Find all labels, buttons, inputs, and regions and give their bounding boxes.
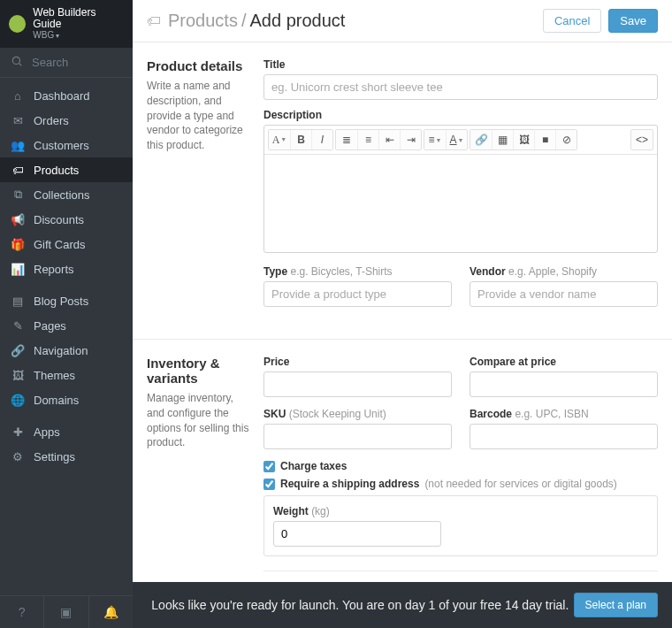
section-product-details: Product details Write a name and descrip… xyxy=(133,42,672,340)
compare-input[interactable] xyxy=(470,371,658,397)
type-label: Type e.g. Bicycles, T-Shirts xyxy=(263,265,452,278)
gear-icon: ⚙ xyxy=(11,449,25,463)
weight-box: Weight (kg) xyxy=(263,495,658,556)
page-header: 🏷 Products/Add product Cancel Save xyxy=(133,0,672,42)
trial-banner: Looks like you're ready for launch. You … xyxy=(133,582,672,628)
breadcrumb-current: Add product xyxy=(250,11,346,30)
clear-button[interactable]: ⊘ xyxy=(555,130,577,149)
weight-input[interactable] xyxy=(273,521,441,547)
search-input[interactable] xyxy=(32,56,122,69)
nav-settings[interactable]: ⚙Settings xyxy=(0,444,133,469)
section-desc: Manage inventory, and configure the opti… xyxy=(147,391,253,450)
video-button[interactable]: ■ xyxy=(534,130,555,149)
nav-discounts[interactable]: 📢Discounts xyxy=(0,207,133,232)
people-icon: 👥 xyxy=(11,138,25,152)
puzzle-icon: ✚ xyxy=(11,425,25,439)
select-plan-button[interactable]: Select a plan xyxy=(574,593,658,617)
svg-line-1 xyxy=(19,64,22,66)
font-button[interactable]: A▼ xyxy=(269,130,290,149)
save-button[interactable]: Save xyxy=(608,9,658,33)
color-button[interactable]: A▼ xyxy=(446,130,467,149)
inbox-icon: ✉ xyxy=(11,113,25,127)
nav-orders[interactable]: ✉Orders xyxy=(0,108,133,133)
sku-label: SKU (Stock Keeping Unit) xyxy=(263,408,452,420)
notifications-button[interactable]: 🔔 xyxy=(88,596,133,628)
search-icon xyxy=(11,55,23,70)
vendor-input[interactable] xyxy=(470,281,658,307)
weight-label: Weight (kg) xyxy=(273,505,648,517)
sidebar: Web Builders Guide WBG ⌂Dashboard ✉Order… xyxy=(0,0,133,628)
brand-title: Web Builders Guide xyxy=(33,7,124,30)
tag-icon: 🏷 xyxy=(11,163,25,177)
section-title: Inventory & variants xyxy=(147,356,253,386)
tag-icon: 🏷 xyxy=(147,13,161,29)
title-label: Title xyxy=(263,58,658,71)
nav-apps[interactable]: ✚Apps xyxy=(0,419,133,444)
image-icon: 🖼 xyxy=(11,368,25,382)
nav-domains[interactable]: 🌐Domains xyxy=(0,387,133,412)
bars-icon: 📊 xyxy=(11,262,25,276)
description-label: Description xyxy=(263,109,658,121)
price-label: Price xyxy=(263,356,452,368)
image-button[interactable]: 🖼 xyxy=(513,130,534,149)
charge-taxes-checkbox[interactable] xyxy=(263,461,275,472)
nav-blog-posts[interactable]: ▤Blog Posts xyxy=(0,288,133,313)
breadcrumb: Products/Add product xyxy=(168,11,345,31)
chat-button[interactable]: ▣ xyxy=(43,596,88,628)
blog-icon: ▤ xyxy=(11,294,25,308)
description-editor: A▼ B I ≣ ≡ ⇤ ⇥ ≡▼ xyxy=(263,125,658,253)
content-scroll[interactable]: Product details Write a name and descrip… xyxy=(133,42,672,628)
help-button[interactable]: ? xyxy=(0,596,43,628)
nav-primary: ⌂Dashboard ✉Orders 👥Customers 🏷Products … xyxy=(0,78,133,474)
breadcrumb-root[interactable]: Products xyxy=(168,11,238,30)
section-title: Product details xyxy=(147,58,253,73)
bell-icon: 🔔 xyxy=(103,605,118,619)
require-shipping-label: Require a shipping address xyxy=(280,478,419,490)
nav-dashboard[interactable]: ⌂Dashboard xyxy=(0,83,133,108)
outdent-button[interactable]: ⇤ xyxy=(378,130,400,149)
require-shipping-checkbox[interactable] xyxy=(263,479,275,490)
brand-subtitle: WBG xyxy=(33,30,124,41)
editor-toolbar: A▼ B I ≣ ≡ ⇤ ⇥ ≡▼ xyxy=(264,126,657,155)
html-button[interactable]: <> xyxy=(631,130,653,149)
barcode-input[interactable] xyxy=(470,424,658,449)
nav-pages[interactable]: ✎Pages xyxy=(0,313,133,338)
sku-input[interactable] xyxy=(263,424,452,449)
table-button[interactable]: ▦ xyxy=(492,130,513,149)
require-shipping-hint: (not needed for services or digital good… xyxy=(424,478,616,490)
title-input[interactable] xyxy=(263,74,658,100)
indent-button[interactable]: ⇥ xyxy=(400,130,421,149)
italic-button[interactable]: I xyxy=(311,130,332,149)
section-desc: Write a name and description, and provid… xyxy=(147,79,253,153)
nav-collections[interactable]: ⧉Collections xyxy=(0,182,133,207)
collections-icon: ⧉ xyxy=(11,188,25,202)
globe-icon: 🌐 xyxy=(11,393,25,407)
nav-themes[interactable]: 🖼Themes xyxy=(0,363,133,387)
nav-products[interactable]: 🏷Products xyxy=(0,157,133,182)
home-icon: ⌂ xyxy=(11,88,25,103)
link-button[interactable]: 🔗 xyxy=(470,130,492,149)
price-input[interactable] xyxy=(263,371,452,397)
nav-gift-cards[interactable]: 🎁Gift Cards xyxy=(0,232,133,257)
list-ul-button[interactable]: ≣ xyxy=(336,130,357,149)
nav-navigation[interactable]: 🔗Navigation xyxy=(0,338,133,363)
brand-switcher[interactable]: Web Builders Guide WBG xyxy=(0,0,133,48)
search-row xyxy=(0,48,133,78)
megaphone-icon: 📢 xyxy=(11,212,25,226)
link-icon: 🔗 xyxy=(11,343,25,357)
list-ol-button[interactable]: ≡ xyxy=(357,130,378,149)
barcode-label: Barcode e.g. UPC, ISBN xyxy=(470,408,658,420)
charge-taxes-label: Charge taxes xyxy=(280,460,347,472)
align-button[interactable]: ≡▼ xyxy=(424,130,446,149)
description-input[interactable] xyxy=(264,155,657,252)
main: 🏷 Products/Add product Cancel Save Produ… xyxy=(133,0,672,628)
nav-reports[interactable]: 📊Reports xyxy=(0,257,133,281)
cancel-button[interactable]: Cancel xyxy=(543,9,601,33)
svg-point-0 xyxy=(12,57,19,65)
bold-button[interactable]: B xyxy=(290,130,311,149)
type-input[interactable] xyxy=(263,281,452,307)
page-icon: ✎ xyxy=(11,318,25,333)
sidebar-footer: ? ▣ 🔔 xyxy=(0,595,133,628)
gift-icon: 🎁 xyxy=(11,237,25,251)
nav-customers[interactable]: 👥Customers xyxy=(0,133,133,157)
